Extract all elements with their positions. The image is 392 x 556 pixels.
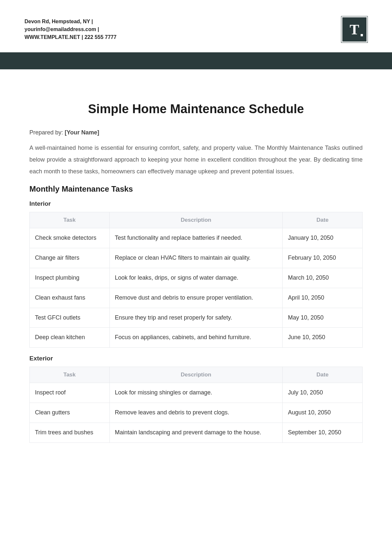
cell-task: Inspect plumbing (30, 268, 110, 288)
contact-line-1: Devon Rd, Hempstead, NY | (24, 18, 117, 26)
cell-task: Trim trees and bushes (30, 423, 110, 443)
prepared-by-label: Prepared by: (29, 129, 65, 136)
cell-date: August 10, 2050 (283, 403, 363, 423)
cell-date: April 10, 2050 (283, 288, 363, 308)
cell-date: June 10, 2050 (283, 328, 363, 348)
logo-letter: T (350, 21, 359, 38)
cell-task: Check smoke detectors (30, 228, 110, 248)
cell-description: Focus on appliances, cabinets, and behin… (109, 328, 283, 348)
cell-description: Look for leaks, drips, or signs of water… (109, 268, 283, 288)
table-row: Check smoke detectors Test functionality… (30, 228, 363, 248)
document-header: Devon Rd, Hempstead, NY | yourinfo@email… (0, 0, 392, 52)
cell-task: Clean gutters (30, 403, 110, 423)
cell-date: January 10, 2050 (283, 228, 363, 248)
table-row: Clean exhaust fans Remove dust and debri… (30, 288, 363, 308)
cell-description: Remove dust and debris to ensure proper … (109, 288, 283, 308)
col-date: Date (283, 212, 363, 228)
col-task: Task (30, 367, 110, 383)
cell-task: Clean exhaust fans (30, 288, 110, 308)
logo-dot-icon (361, 34, 363, 36)
table-header-row: Task Description Date (30, 212, 363, 228)
table-header-row: Task Description Date (30, 367, 363, 383)
document-body: Simple Home Maintenance Schedule Prepare… (0, 69, 392, 463)
contact-line-2: yourinfo@emailaddress.com | (24, 26, 117, 33)
cell-description: Remove leaves and debris to prevent clog… (109, 403, 283, 423)
cell-date: September 10, 2050 (283, 423, 363, 443)
contact-info: Devon Rd, Hempstead, NY | yourinfo@email… (24, 18, 117, 41)
cell-task: Deep clean kitchen (30, 328, 110, 348)
cell-description: Ensure they trip and reset properly for … (109, 308, 283, 328)
prepared-by-line: Prepared by: [Your Name] (29, 129, 363, 136)
brand-logo: T (341, 16, 368, 43)
page-title: Simple Home Maintenance Schedule (29, 102, 363, 116)
col-description: Description (109, 212, 283, 228)
intro-paragraph: A well-maintained home is essential for … (29, 142, 363, 177)
cell-description: Look for missing shingles or damage. (109, 383, 283, 403)
cell-description: Replace or clean HVAC filters to maintai… (109, 248, 283, 268)
table-row: Test GFCI outlets Ensure they trip and r… (30, 308, 363, 328)
cell-task: Test GFCI outlets (30, 308, 110, 328)
cell-description: Maintain landscaping and prevent damage … (109, 423, 283, 443)
table-row: Clean gutters Remove leaves and debris t… (30, 403, 363, 423)
col-description: Description (109, 367, 283, 383)
table-row: Deep clean kitchen Focus on appliances, … (30, 328, 363, 348)
table-row: Trim trees and bushes Maintain landscapi… (30, 423, 363, 443)
cell-date: July 10, 2050 (283, 383, 363, 403)
interior-table: Task Description Date Check smoke detect… (29, 212, 363, 348)
divider-bar (0, 52, 392, 69)
cell-date: March 10, 2050 (283, 268, 363, 288)
exterior-heading: Exterior (29, 355, 363, 362)
table-row: Change air filters Replace or clean HVAC… (30, 248, 363, 268)
cell-task: Change air filters (30, 248, 110, 268)
cell-date: May 10, 2050 (283, 308, 363, 328)
cell-task: Inspect roof (30, 383, 110, 403)
cell-date: February 10, 2050 (283, 248, 363, 268)
col-date: Date (283, 367, 363, 383)
cell-description: Test functionality and replace batteries… (109, 228, 283, 248)
table-row: Inspect roof Look for missing shingles o… (30, 383, 363, 403)
exterior-table: Task Description Date Inspect roof Look … (29, 367, 363, 443)
interior-heading: Interior (29, 200, 363, 207)
section-heading: Monthly Maintenance Tasks (29, 184, 363, 194)
table-row: Inspect plumbing Look for leaks, drips, … (30, 268, 363, 288)
contact-line-3: WWW.TEMPLATE.NET | 222 555 7777 (24, 33, 117, 41)
prepared-by-value: [Your Name] (65, 129, 99, 136)
col-task: Task (30, 212, 110, 228)
